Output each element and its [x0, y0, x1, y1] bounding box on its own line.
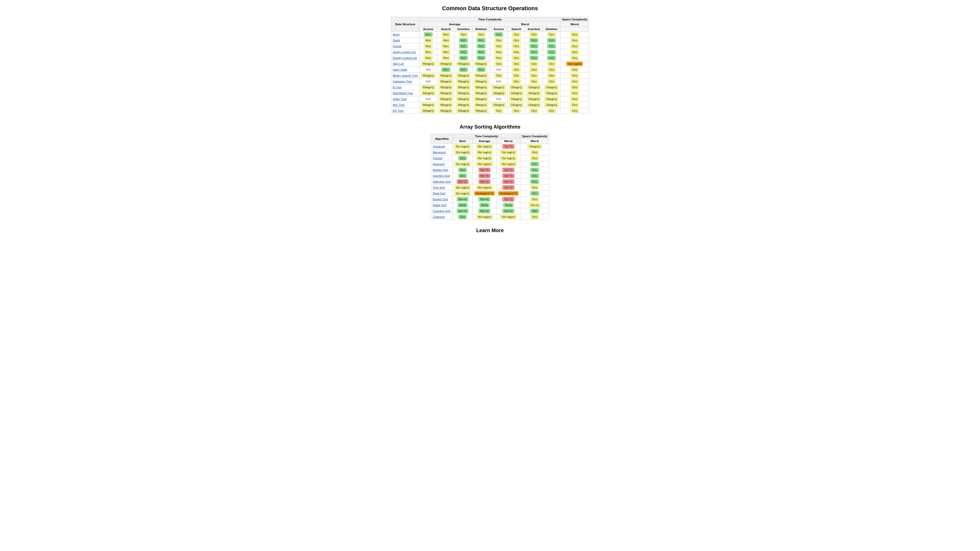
ds-name: Red-Black Tree	[391, 90, 419, 96]
sort-algo-name: Selection Sort	[431, 179, 453, 185]
ds-operations-table: Data Structure Time Complexity Space Com…	[391, 17, 589, 114]
worst-header: Worst	[490, 22, 560, 27]
space-complexity-header: Space Complexity	[560, 17, 589, 22]
sort-algo-name: Mergesort	[431, 149, 453, 156]
ds-name: Doubly-Linked List	[391, 55, 419, 61]
table-row: Bucket Sort Ω(n+k) Θ(n+k) O(n^2) O(n)	[431, 197, 549, 202]
sort-algo-name: Radix Sort	[431, 202, 453, 208]
table-row: Cartesian Tree N/A Θ(log(n)) Θ(log(n)) Θ…	[391, 79, 589, 84]
learn-more-title: Learn More	[476, 227, 504, 233]
avg-header: Average	[420, 22, 490, 27]
table-row: Heapsort Ω(n log(n)) Θ(n log(n)) O(n log…	[431, 161, 549, 167]
ds-name: KD Tree	[391, 108, 419, 114]
page-title: Common Data Structure Operations	[442, 5, 538, 12]
sort-algo-name: Bucket Sort	[431, 197, 453, 202]
sort-algo-name: Tree Sort	[431, 185, 453, 191]
sort-algo-name: Timsort	[431, 156, 453, 161]
ds-name: Binary Search Tree	[391, 73, 419, 79]
ds-name: Array	[391, 32, 419, 38]
ds-name: Hash Table	[391, 67, 419, 73]
sort-algo-name: Heapsort	[431, 161, 453, 167]
table-row: Insertion Sort Ω(n) Θ(n^2) O(n^2) O(1)	[431, 173, 549, 179]
ds-name: Stack	[391, 38, 419, 43]
table-row: Splay Tree N/A Θ(log(n)) Θ(log(n)) Θ(log…	[391, 96, 589, 102]
ds-name: Queue	[391, 43, 419, 49]
ds-name: Skip List	[391, 61, 419, 67]
table-row: Singly-Linked List Θ(n) Θ(n) Θ(1) Θ(1) O…	[391, 49, 589, 55]
sort-algo-name: Cubesort	[431, 214, 453, 220]
ds-name: Singly-Linked List	[391, 49, 419, 55]
table-row: Mergesort Ω(n log(n)) Θ(n log(n)) O(n lo…	[431, 149, 549, 156]
space-worst-header: Worst	[560, 22, 589, 27]
table-row: Bubble Sort Ω(n) Θ(n^2) O(n^2) O(1)	[431, 167, 549, 173]
sort-algo-name: Quicksort	[431, 144, 453, 149]
table-row: B-Tree Θ(log(n)) Θ(log(n)) Θ(log(n)) Θ(l…	[391, 84, 589, 90]
main-content: Common Data Structure Operations Data St…	[5, 5, 975, 237]
table-row: Counting Sort Ω(n+k) Θ(n+k) O(n+k) O(k)	[431, 208, 549, 214]
sort-algo-name: Bubble Sort	[431, 167, 453, 173]
table-row: Selection Sort Ω(n^2) Θ(n^2) O(n^2) O(1)	[431, 179, 549, 185]
table-row: Timsort Ω(n) Θ(n log(n)) O(n log(n)) O(n…	[431, 156, 549, 161]
sorting-algorithms-table: Algorithm Time Complexity Space Complexi…	[431, 134, 549, 220]
table-row: Shell Sort Ω(n log(n)) Θ(n(log(n))^2) O(…	[431, 191, 549, 197]
ds-col-header: Data Structure	[391, 17, 419, 32]
table-row: Skip List Θ(log(n)) Θ(log(n)) Θ(log(n)) …	[391, 61, 589, 67]
sorting-title: Array Sorting Algorithms	[460, 124, 520, 130]
sort-best-sub: Best	[453, 139, 473, 144]
table-row: Stack Θ(n) Θ(n) Θ(1) Θ(1) O(n) O(n) O(1)…	[391, 38, 589, 43]
table-row: Hash Table N/A Θ(1) Θ(1) Θ(1) N/A O(n) O…	[391, 67, 589, 73]
table-row: Cubesort Ω(n) Θ(n log(n)) O(n log(n)) O(…	[431, 214, 549, 220]
sort-space-header: Space Complexity	[520, 134, 549, 139]
ds-name: AVL Tree	[391, 102, 419, 108]
sort-algo-name: Insertion Sort	[431, 173, 453, 179]
table-row: Queue Θ(n) Θ(n) Θ(1) Θ(1) O(n) O(n) O(1)…	[391, 43, 589, 49]
sort-algo-name: Shell Sort	[431, 191, 453, 197]
sort-worst-sub: Worst	[496, 139, 520, 144]
ds-name: B-Tree	[391, 84, 419, 90]
table-row: KD Tree Θ(log(n)) Θ(log(n)) Θ(log(n)) Θ(…	[391, 108, 589, 114]
table-row: Red-Black Tree Θ(log(n)) Θ(log(n)) Θ(log…	[391, 90, 589, 96]
table-row: Binary Search Tree Θ(log(n)) Θ(log(n)) Θ…	[391, 73, 589, 79]
ds-name: Cartesian Tree	[391, 79, 419, 84]
sort-avg-sub: Average	[473, 139, 496, 144]
table-row: Radix Sort Ω(nk) Θ(nk) O(nk) O(n+k)	[431, 202, 549, 208]
table-row: Doubly-Linked List Θ(n) Θ(n) Θ(1) Θ(1) O…	[391, 55, 589, 61]
table-row: Tree Sort Ω(n log(n)) Θ(n log(n)) O(n^2)…	[431, 185, 549, 191]
table-row: AVL Tree Θ(log(n)) Θ(log(n)) Θ(log(n)) Θ…	[391, 102, 589, 108]
sort-time-header: Time Complexity	[453, 134, 520, 139]
table-row: Array Θ(1) Θ(n) Θ(n) Θ(n) O(1) O(n) O(n)…	[391, 32, 589, 38]
time-complexity-header: Time Complexity	[420, 17, 560, 22]
sort-algo-header: Algorithm	[431, 134, 453, 144]
table-row: Quicksort Ω(n log(n)) Θ(n log(n)) O(n^2)…	[431, 144, 549, 149]
ds-name: Splay Tree	[391, 96, 419, 102]
sort-space-sub: Worst	[520, 139, 549, 144]
sort-algo-name: Counting Sort	[431, 208, 453, 214]
